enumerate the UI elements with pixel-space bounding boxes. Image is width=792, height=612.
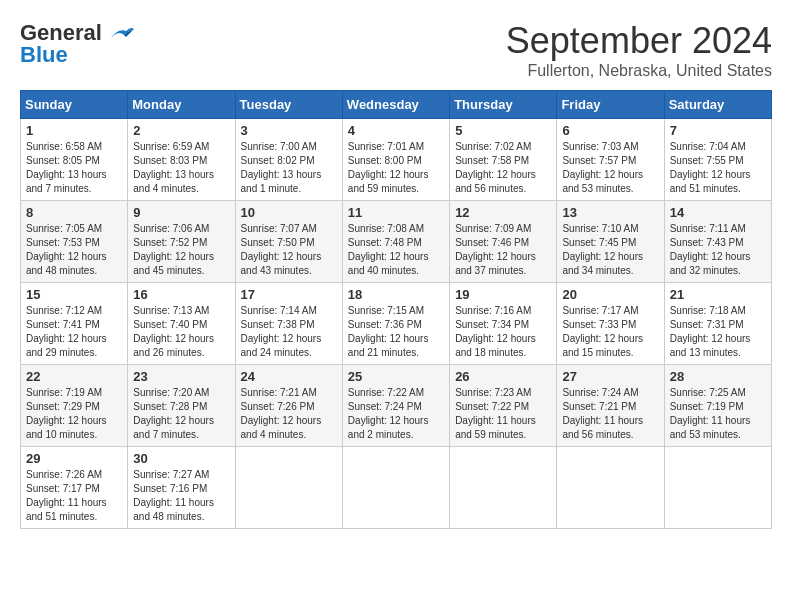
- day-number: 21: [670, 287, 766, 302]
- day-number: 22: [26, 369, 122, 384]
- logo: General Blue: [20, 20, 136, 68]
- day-info: Sunrise: 7:07 AM Sunset: 7:50 PM Dayligh…: [241, 223, 322, 276]
- calendar-cell: 12Sunrise: 7:09 AM Sunset: 7:46 PM Dayli…: [450, 201, 557, 283]
- day-info: Sunrise: 7:26 AM Sunset: 7:17 PM Dayligh…: [26, 469, 107, 522]
- day-number: 24: [241, 369, 337, 384]
- day-info: Sunrise: 6:58 AM Sunset: 8:05 PM Dayligh…: [26, 141, 107, 194]
- calendar-cell: 15Sunrise: 7:12 AM Sunset: 7:41 PM Dayli…: [21, 283, 128, 365]
- day-number: 20: [562, 287, 658, 302]
- calendar-cell: 11Sunrise: 7:08 AM Sunset: 7:48 PM Dayli…: [342, 201, 449, 283]
- day-info: Sunrise: 7:27 AM Sunset: 7:16 PM Dayligh…: [133, 469, 214, 522]
- day-number: 11: [348, 205, 444, 220]
- day-info: Sunrise: 7:14 AM Sunset: 7:38 PM Dayligh…: [241, 305, 322, 358]
- day-number: 12: [455, 205, 551, 220]
- day-number: 13: [562, 205, 658, 220]
- day-info: Sunrise: 7:18 AM Sunset: 7:31 PM Dayligh…: [670, 305, 751, 358]
- calendar-cell: 1Sunrise: 6:58 AM Sunset: 8:05 PM Daylig…: [21, 119, 128, 201]
- calendar-week-2: 8Sunrise: 7:05 AM Sunset: 7:53 PM Daylig…: [21, 201, 772, 283]
- day-number: 19: [455, 287, 551, 302]
- day-number: 25: [348, 369, 444, 384]
- day-info: Sunrise: 7:13 AM Sunset: 7:40 PM Dayligh…: [133, 305, 214, 358]
- calendar-cell: 21Sunrise: 7:18 AM Sunset: 7:31 PM Dayli…: [664, 283, 771, 365]
- day-info: Sunrise: 7:22 AM Sunset: 7:24 PM Dayligh…: [348, 387, 429, 440]
- day-info: Sunrise: 7:24 AM Sunset: 7:21 PM Dayligh…: [562, 387, 643, 440]
- day-info: Sunrise: 7:21 AM Sunset: 7:26 PM Dayligh…: [241, 387, 322, 440]
- day-info: Sunrise: 7:25 AM Sunset: 7:19 PM Dayligh…: [670, 387, 751, 440]
- day-header-wednesday: Wednesday: [342, 91, 449, 119]
- day-header-friday: Friday: [557, 91, 664, 119]
- day-info: Sunrise: 7:03 AM Sunset: 7:57 PM Dayligh…: [562, 141, 643, 194]
- title-block: September 2024 Fullerton, Nebraska, Unit…: [506, 20, 772, 80]
- day-header-sunday: Sunday: [21, 91, 128, 119]
- calendar-cell: [342, 447, 449, 529]
- calendar-table: SundayMondayTuesdayWednesdayThursdayFrid…: [20, 90, 772, 529]
- day-number: 15: [26, 287, 122, 302]
- day-number: 2: [133, 123, 229, 138]
- day-info: Sunrise: 7:02 AM Sunset: 7:58 PM Dayligh…: [455, 141, 536, 194]
- day-info: Sunrise: 7:08 AM Sunset: 7:48 PM Dayligh…: [348, 223, 429, 276]
- calendar-cell: 30Sunrise: 7:27 AM Sunset: 7:16 PM Dayli…: [128, 447, 235, 529]
- day-info: Sunrise: 7:06 AM Sunset: 7:52 PM Dayligh…: [133, 223, 214, 276]
- day-number: 5: [455, 123, 551, 138]
- day-header-saturday: Saturday: [664, 91, 771, 119]
- day-header-tuesday: Tuesday: [235, 91, 342, 119]
- day-number: 16: [133, 287, 229, 302]
- day-info: Sunrise: 7:15 AM Sunset: 7:36 PM Dayligh…: [348, 305, 429, 358]
- day-number: 29: [26, 451, 122, 466]
- calendar-header-row: SundayMondayTuesdayWednesdayThursdayFrid…: [21, 91, 772, 119]
- calendar-cell: 13Sunrise: 7:10 AM Sunset: 7:45 PM Dayli…: [557, 201, 664, 283]
- calendar-cell: 14Sunrise: 7:11 AM Sunset: 7:43 PM Dayli…: [664, 201, 771, 283]
- calendar-cell: 22Sunrise: 7:19 AM Sunset: 7:29 PM Dayli…: [21, 365, 128, 447]
- day-number: 18: [348, 287, 444, 302]
- calendar-cell: 19Sunrise: 7:16 AM Sunset: 7:34 PM Dayli…: [450, 283, 557, 365]
- day-number: 17: [241, 287, 337, 302]
- day-number: 10: [241, 205, 337, 220]
- day-info: Sunrise: 7:01 AM Sunset: 8:00 PM Dayligh…: [348, 141, 429, 194]
- calendar-cell: 8Sunrise: 7:05 AM Sunset: 7:53 PM Daylig…: [21, 201, 128, 283]
- day-info: Sunrise: 7:16 AM Sunset: 7:34 PM Dayligh…: [455, 305, 536, 358]
- calendar-title: September 2024: [506, 20, 772, 62]
- day-number: 7: [670, 123, 766, 138]
- day-info: Sunrise: 7:20 AM Sunset: 7:28 PM Dayligh…: [133, 387, 214, 440]
- day-number: 14: [670, 205, 766, 220]
- page-header: General Blue September 2024 Fullerton, N…: [20, 20, 772, 80]
- day-number: 1: [26, 123, 122, 138]
- calendar-cell: 28Sunrise: 7:25 AM Sunset: 7:19 PM Dayli…: [664, 365, 771, 447]
- calendar-cell: [235, 447, 342, 529]
- day-info: Sunrise: 7:00 AM Sunset: 8:02 PM Dayligh…: [241, 141, 322, 194]
- day-info: Sunrise: 7:12 AM Sunset: 7:41 PM Dayligh…: [26, 305, 107, 358]
- calendar-cell: 16Sunrise: 7:13 AM Sunset: 7:40 PM Dayli…: [128, 283, 235, 365]
- calendar-cell: [557, 447, 664, 529]
- calendar-cell: 20Sunrise: 7:17 AM Sunset: 7:33 PM Dayli…: [557, 283, 664, 365]
- calendar-subtitle: Fullerton, Nebraska, United States: [506, 62, 772, 80]
- calendar-cell: 6Sunrise: 7:03 AM Sunset: 7:57 PM Daylig…: [557, 119, 664, 201]
- calendar-cell: [664, 447, 771, 529]
- calendar-cell: 7Sunrise: 7:04 AM Sunset: 7:55 PM Daylig…: [664, 119, 771, 201]
- calendar-cell: [450, 447, 557, 529]
- day-info: Sunrise: 7:04 AM Sunset: 7:55 PM Dayligh…: [670, 141, 751, 194]
- day-number: 4: [348, 123, 444, 138]
- calendar-cell: 24Sunrise: 7:21 AM Sunset: 7:26 PM Dayli…: [235, 365, 342, 447]
- calendar-cell: 2Sunrise: 6:59 AM Sunset: 8:03 PM Daylig…: [128, 119, 235, 201]
- calendar-cell: 29Sunrise: 7:26 AM Sunset: 7:17 PM Dayli…: [21, 447, 128, 529]
- day-info: Sunrise: 6:59 AM Sunset: 8:03 PM Dayligh…: [133, 141, 214, 194]
- calendar-cell: 25Sunrise: 7:22 AM Sunset: 7:24 PM Dayli…: [342, 365, 449, 447]
- calendar-cell: 26Sunrise: 7:23 AM Sunset: 7:22 PM Dayli…: [450, 365, 557, 447]
- day-number: 23: [133, 369, 229, 384]
- day-info: Sunrise: 7:05 AM Sunset: 7:53 PM Dayligh…: [26, 223, 107, 276]
- day-info: Sunrise: 7:09 AM Sunset: 7:46 PM Dayligh…: [455, 223, 536, 276]
- calendar-cell: 5Sunrise: 7:02 AM Sunset: 7:58 PM Daylig…: [450, 119, 557, 201]
- day-number: 28: [670, 369, 766, 384]
- calendar-cell: 27Sunrise: 7:24 AM Sunset: 7:21 PM Dayli…: [557, 365, 664, 447]
- day-info: Sunrise: 7:19 AM Sunset: 7:29 PM Dayligh…: [26, 387, 107, 440]
- day-number: 30: [133, 451, 229, 466]
- day-number: 8: [26, 205, 122, 220]
- calendar-cell: 18Sunrise: 7:15 AM Sunset: 7:36 PM Dayli…: [342, 283, 449, 365]
- calendar-cell: 4Sunrise: 7:01 AM Sunset: 8:00 PM Daylig…: [342, 119, 449, 201]
- day-number: 6: [562, 123, 658, 138]
- calendar-cell: 17Sunrise: 7:14 AM Sunset: 7:38 PM Dayli…: [235, 283, 342, 365]
- day-number: 26: [455, 369, 551, 384]
- day-number: 3: [241, 123, 337, 138]
- calendar-cell: 10Sunrise: 7:07 AM Sunset: 7:50 PM Dayli…: [235, 201, 342, 283]
- calendar-cell: 23Sunrise: 7:20 AM Sunset: 7:28 PM Dayli…: [128, 365, 235, 447]
